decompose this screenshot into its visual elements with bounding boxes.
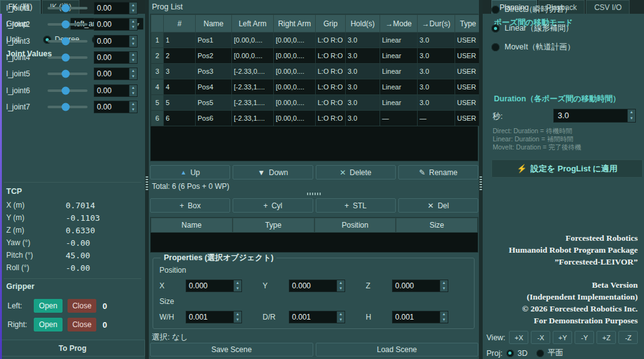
column-header[interactable]: Hold(s) [346,15,380,33]
cell-right-arm[interactable]: [0.00,0.... [274,64,316,79]
spin-down-icon[interactable]: ▾ [234,286,241,291]
cell-left-arm[interactable]: [0.00,0.... [232,33,274,48]
spin-down-icon[interactable]: ▾ [337,317,345,323]
spin-up-icon[interactable]: ▴ [234,280,241,286]
gripper-open-button[interactable]: Open [34,299,63,313]
joint-spinbox[interactable]: 0.00 ▴▾ [94,101,138,113]
row-index[interactable]: 6 [151,111,164,126]
spin-up-icon[interactable]: ▴ [234,311,241,317]
spin-up-icon[interactable]: ▴ [628,109,635,116]
move-mode-option[interactable]: Linear（線形補間） [491,19,644,38]
load-scene-button[interactable]: Load Scene [316,343,479,356]
gripper-open-button[interactable]: Open [34,318,63,331]
mode-radio[interactable] [491,6,500,14]
spin-down-icon[interactable]: ▾ [129,41,137,47]
row-index[interactable]: 4 [151,79,164,95]
slider-handle-icon[interactable] [62,54,70,62]
spin-down-icon[interactable]: ▾ [440,317,448,323]
cell-num[interactable]: 3 [164,64,196,79]
column-header[interactable]: Left Arm [232,15,274,33]
table-row[interactable]: 4 4 Pos4 [-2.33,1.... [0.00,0.... L:O R:… [151,79,481,95]
cell-grip[interactable]: L:O R:O [316,79,346,95]
cell-num[interactable]: 4 [164,79,196,95]
cell-dur[interactable]: 3.0 [418,79,455,95]
table-row[interactable]: 3 3 Pos3 [-2.33,0.... [0.00,0.... L:O R:… [151,64,481,79]
view-axis-button[interactable]: -Y [575,331,594,344]
joint-spinbox[interactable]: 0.00 ▴▾ [94,2,138,14]
row-index[interactable]: 3 [151,64,164,79]
table-row[interactable]: 5 5 Pos5 [-2.33,1.... [0.00,0.... L:O R:… [151,95,481,111]
cell-left-arm[interactable]: [-2.33,1.... [232,111,274,126]
cell-type[interactable]: USER [455,95,481,111]
spin-up-icon[interactable]: ▴ [440,280,448,286]
row-index[interactable]: 5 [151,95,164,111]
cell-grip[interactable]: L:O R:O [316,48,346,64]
cell-right-arm[interactable]: [0.00,0.... [274,33,316,48]
spin-up-icon[interactable]: ▴ [129,52,137,58]
field-spinbox[interactable]: 0.001 ▴▾ [392,311,448,323]
column-header[interactable] [151,15,164,33]
spin-down-icon[interactable]: ▾ [129,91,137,96]
table-row[interactable]: 6 6 Pos6 [-2.33,1.... [0.00,0.... L:O R:… [151,111,481,126]
cell-left-arm[interactable]: [-2.33,1.... [232,79,274,95]
column-header[interactable]: Name [151,218,233,233]
spin-up-icon[interactable]: ▴ [129,85,137,91]
cell-grip[interactable]: L:O R:O [316,64,346,79]
cell-dur[interactable]: 3.0 [418,48,455,64]
spin-down-icon[interactable]: ▾ [337,286,345,291]
cell-right-arm[interactable]: [0.00,0.... [274,111,316,126]
scene-action-button[interactable]: + Cyl [233,198,313,213]
cell-left-arm[interactable]: [0.00,0.... [232,48,274,64]
cell-dur[interactable]: 3.0 [418,33,455,48]
slider-handle-icon[interactable] [62,103,70,111]
spin-up-icon[interactable]: ▴ [129,68,137,74]
column-header[interactable]: →Dur(s) [418,15,455,33]
cell-type[interactable]: USER [455,64,481,79]
view-axis-button[interactable]: -X [531,331,550,344]
slider-handle-icon[interactable] [62,21,70,29]
proj-radio[interactable] [506,350,514,357]
table-row[interactable]: 2 2 Pos2 [0.00,0.... [0.00,0.... L:O R:O… [151,48,481,64]
joint-spinbox[interactable]: 0.00 ▴▾ [94,18,138,31]
field-spinbox[interactable]: 0.001 ▴▾ [186,311,242,323]
joint-slider[interactable] [48,89,88,92]
cell-type[interactable]: USER [455,48,481,64]
cell-name[interactable]: Pos2 [196,48,232,64]
scene-action-button[interactable]: ✕ Del [398,198,478,213]
slider-handle-icon[interactable] [62,86,70,94]
joint-slider[interactable] [48,73,88,75]
field-spinbox[interactable]: 0.000 ▴▾ [186,280,242,292]
view-axis-button[interactable]: -Z [618,331,638,344]
scene-action-button[interactable]: + Box [150,198,230,213]
cell-num[interactable]: 2 [164,48,196,64]
splitter-handle-icon[interactable] [480,176,482,190]
field-spinbox[interactable]: 0.000 ▴▾ [392,280,448,292]
cell-left-arm[interactable]: [-2.33,1.... [232,95,274,111]
view-axis-button[interactable]: +Z [596,331,616,344]
cell-hold[interactable]: 3.0 [346,111,380,126]
spin-up-icon[interactable]: ▴ [337,311,345,317]
gripper-close-button[interactable]: Close [68,318,96,331]
gripper-close-button[interactable]: Close [68,299,96,313]
cell-mode[interactable]: Linear [380,48,418,64]
view-axis-button[interactable]: +X [509,331,528,344]
joint-spinbox[interactable]: 0.00 ▴▾ [94,68,138,80]
column-header[interactable]: Size [396,218,478,233]
spin-down-icon[interactable]: ▾ [628,116,635,122]
joint-slider[interactable] [48,56,88,59]
cell-hold[interactable]: 3.0 [346,64,380,79]
cell-right-arm[interactable]: [0.00,0.... [274,95,316,111]
joint-slider[interactable] [48,40,88,43]
spin-up-icon[interactable]: ▴ [337,280,345,286]
slider-handle-icon[interactable] [62,4,70,13]
cell-name[interactable]: Pos6 [196,111,232,126]
cell-type[interactable]: USER [455,33,481,48]
cell-grip[interactable]: L:O R:O [316,33,346,48]
cell-name[interactable]: Pos1 [196,33,232,48]
column-header[interactable]: Grip [316,15,346,33]
cell-name[interactable]: Pos5 [196,95,232,111]
cell-right-arm[interactable]: [0.00,0.... [274,48,316,64]
column-header[interactable]: # [164,15,196,33]
prog-action-button[interactable]: ✕ Delete [316,165,396,180]
spin-up-icon[interactable]: ▴ [129,36,137,41]
